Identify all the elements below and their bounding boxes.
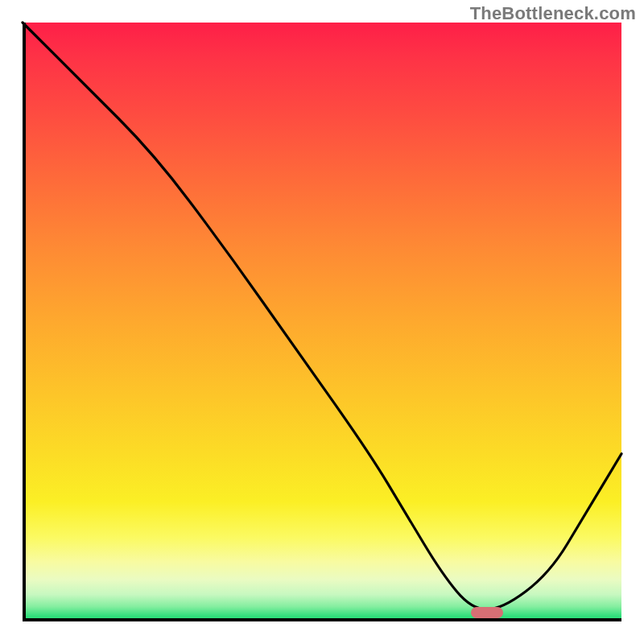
plot-area (23, 23, 621, 621)
curve-layer (23, 23, 621, 621)
bottleneck-curve-path (23, 23, 621, 609)
watermark-text: TheBottleneck.com (470, 3, 636, 24)
chart-container: TheBottleneck.com (0, 0, 644, 644)
optimum-marker (471, 607, 503, 618)
